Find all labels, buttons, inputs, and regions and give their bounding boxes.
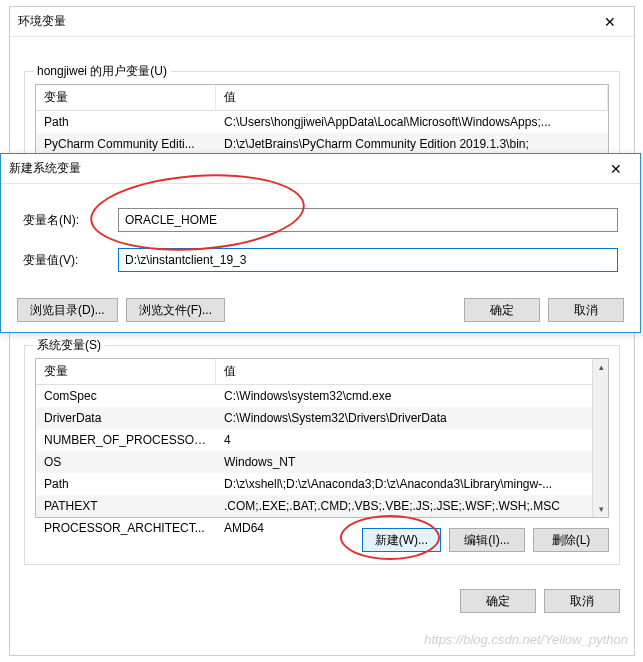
table-row[interactable]: NUMBER_OF_PROCESSORS4 xyxy=(36,429,608,451)
new-system-var-dialog: 新建系统变量 ✕ 变量名(N): 变量值(V): 浏览目录(D)... 浏览文件… xyxy=(0,153,641,333)
table-row[interactable]: PROCESSOR_ARCHITECT...AMD64 xyxy=(36,517,608,539)
var-name-input[interactable] xyxy=(118,208,618,232)
browse-dir-button[interactable]: 浏览目录(D)... xyxy=(17,298,118,322)
chevron-up-icon[interactable]: ▴ xyxy=(593,359,609,375)
chevron-down-icon[interactable]: ▾ xyxy=(593,501,609,517)
scrollbar[interactable]: ▴ ▾ xyxy=(592,359,608,517)
table-header: 变量 值 xyxy=(36,85,608,111)
var-value-label: 变量值(V): xyxy=(23,252,118,269)
col-variable[interactable]: 变量 xyxy=(36,85,216,110)
ok-button[interactable]: 确定 xyxy=(460,589,536,613)
system-vars-label: 系统变量(S) xyxy=(33,337,105,354)
table-row[interactable]: PyCharm Community Editi... D:\z\JetBrain… xyxy=(36,133,608,155)
close-icon[interactable]: ✕ xyxy=(594,10,626,34)
dialog-cancel-button[interactable]: 取消 xyxy=(548,298,624,322)
table-row[interactable]: OSWindows_NT xyxy=(36,451,608,473)
table-row[interactable]: PathD:\z\xshell\;D:\z\Anaconda3;D:\z\Ana… xyxy=(36,473,608,495)
table-row[interactable]: DriverDataC:\Windows\System32\Drivers\Dr… xyxy=(36,407,608,429)
user-vars-label: hongjiwei 的用户变量(U) xyxy=(33,63,171,80)
table-header: 变量 值 xyxy=(36,359,608,385)
col-variable[interactable]: 变量 xyxy=(36,359,216,384)
var-name-label: 变量名(N): xyxy=(23,212,118,229)
dialog-titlebar: 新建系统变量 ✕ xyxy=(1,154,640,184)
user-vars-table[interactable]: 变量 值 Path C:\Users\hongjiwei\AppData\Loc… xyxy=(35,84,609,154)
cancel-button[interactable]: 取消 xyxy=(544,589,620,613)
var-value-input[interactable] xyxy=(118,248,618,272)
dialog-title: 新建系统变量 xyxy=(9,160,81,177)
col-value[interactable]: 值 xyxy=(216,359,608,384)
titlebar: 环境变量 ✕ xyxy=(10,7,634,37)
window-title: 环境变量 xyxy=(18,13,66,30)
col-value[interactable]: 值 xyxy=(216,85,608,110)
dialog-ok-button[interactable]: 确定 xyxy=(464,298,540,322)
table-row[interactable]: PATHEXT.COM;.EXE;.BAT;.CMD;.VBS;.VBE;.JS… xyxy=(36,495,608,517)
table-row[interactable]: Path C:\Users\hongjiwei\AppData\Local\Mi… xyxy=(36,111,608,133)
browse-file-button[interactable]: 浏览文件(F)... xyxy=(126,298,225,322)
table-row[interactable]: ComSpecC:\Windows\system32\cmd.exe xyxy=(36,385,608,407)
system-vars-group: 系统变量(S) 变量 值 ComSpecC:\Windows\system32\… xyxy=(24,345,620,565)
system-vars-table[interactable]: 变量 值 ComSpecC:\Windows\system32\cmd.exe … xyxy=(35,358,609,518)
close-icon[interactable]: ✕ xyxy=(600,157,632,181)
